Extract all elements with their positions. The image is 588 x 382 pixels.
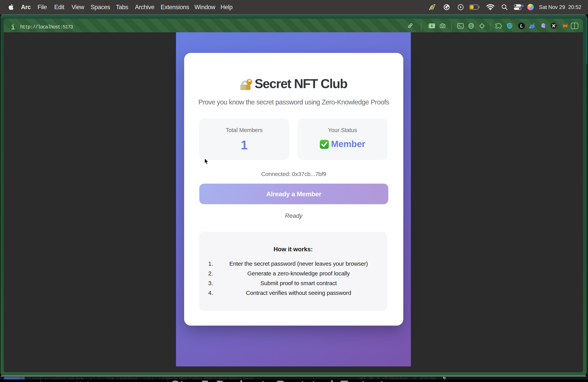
svg-text:L: L <box>520 23 523 28</box>
